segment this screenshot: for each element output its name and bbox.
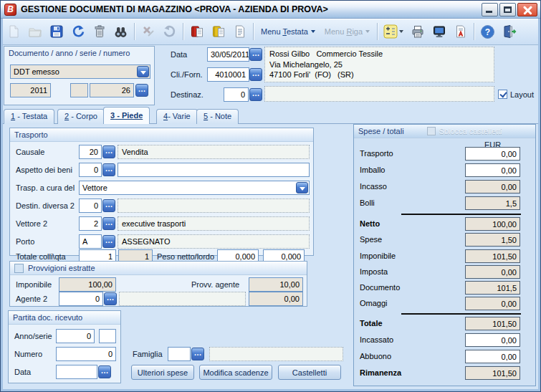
destin-diversa-lookup-button[interactable] bbox=[102, 199, 115, 212]
chevron-down-icon[interactable] bbox=[137, 66, 149, 77]
cliforn-field[interactable]: 4010001 bbox=[207, 67, 249, 82]
doc-type-combobox[interactable]: DDT emesso bbox=[10, 64, 150, 79]
menu-riga-button: Menu Riga bbox=[322, 25, 372, 38]
exit-icon[interactable] bbox=[501, 24, 517, 40]
causale-label: Causale bbox=[16, 148, 44, 156]
minimize-button[interactable] bbox=[482, 3, 498, 16]
tab-testata[interactable]: 1 - Testata bbox=[4, 109, 54, 124]
porto-lookup-button[interactable] bbox=[102, 235, 115, 248]
window-title: GESTIONE DOCUMENTI DI MAGAZZINO <PROVA -… bbox=[21, 4, 328, 14]
tab-varie[interactable]: 4- Varie bbox=[156, 109, 198, 124]
totals-imballo-field[interactable]: 0,00 bbox=[465, 163, 520, 177]
doc-number-lookup-button[interactable] bbox=[135, 84, 148, 97]
cliforn-lookup-button[interactable] bbox=[249, 68, 262, 81]
partita-numero-field[interactable]: 0 bbox=[56, 347, 116, 361]
delete-icon[interactable] bbox=[91, 24, 107, 40]
titlebar: B GESTIONE DOCUMENTI DI MAGAZZINO <PROVA… bbox=[1, 1, 540, 19]
anno-serie-label: Anno/serie bbox=[14, 332, 52, 340]
preview-monitor-icon[interactable] bbox=[431, 24, 447, 40]
undo-icon[interactable] bbox=[70, 24, 86, 40]
famiglia-code-field[interactable] bbox=[168, 347, 191, 361]
destinaz-label: Destinaz. bbox=[171, 90, 204, 99]
partita-anno-field[interactable]: 0 bbox=[56, 329, 95, 343]
famiglia-lookup-button[interactable] bbox=[191, 348, 204, 360]
porto-code-field[interactable]: A bbox=[79, 234, 102, 249]
porto-description-box: ASSEGNATO bbox=[118, 234, 310, 249]
tabbar: 1 - Testata 2 - Corpo 3 - Piede 4- Varie… bbox=[1, 107, 540, 124]
doc-number-field[interactable]: 26 bbox=[90, 83, 134, 97]
modifica-scadenze-button[interactable]: Modifica scadenze bbox=[199, 365, 272, 380]
chevron-down-icon bbox=[311, 30, 315, 33]
close-button[interactable] bbox=[517, 3, 537, 16]
yellow-notebook-icon[interactable] bbox=[210, 24, 226, 40]
toolbar-separator bbox=[183, 23, 183, 40]
partita-data-lookup-button[interactable] bbox=[98, 365, 111, 378]
totals-omaggi-field: 0,00 bbox=[465, 297, 520, 310]
aspetto-description-field[interactable] bbox=[118, 163, 310, 177]
provvigioni-checkbox[interactable] bbox=[14, 264, 24, 273]
agente2-code-field[interactable]: 0 bbox=[59, 292, 103, 306]
totals-abbuono-label: Abbuono bbox=[360, 352, 391, 360]
chevron-down-icon bbox=[365, 30, 370, 33]
layout-checkbox[interactable] bbox=[498, 90, 507, 99]
menu-testata-button[interactable]: Menu Testata bbox=[259, 25, 317, 38]
vettore2-code-field[interactable]: 2 bbox=[79, 216, 102, 231]
causale-description-box: Vendita bbox=[118, 145, 310, 159]
doc-series-field[interactable] bbox=[70, 83, 88, 97]
help-icon[interactable]: ? bbox=[479, 24, 496, 40]
data-field[interactable]: 30/05/2011 bbox=[207, 47, 249, 62]
tab-note[interactable]: 5 - Note bbox=[196, 109, 239, 124]
partita-data-field[interactable] bbox=[56, 365, 97, 379]
totals-trasporto-field[interactable]: 0,00 bbox=[465, 147, 520, 161]
totals-spese-field: 1,50 bbox=[465, 233, 520, 247]
document-icon[interactable] bbox=[231, 24, 248, 40]
tab-corpo[interactable]: 2 - Corpo bbox=[57, 109, 105, 124]
maximize-button[interactable] bbox=[499, 3, 516, 16]
totals-imponibile-label: Imponibile bbox=[360, 252, 396, 260]
print-icon[interactable] bbox=[409, 24, 426, 40]
pdf-export-icon[interactable] bbox=[452, 24, 469, 40]
data-lookup-button[interactable] bbox=[249, 48, 262, 61]
totals-abbuono-field[interactable]: 0,00 bbox=[465, 350, 520, 363]
destin-diversa-code-field[interactable]: 0 bbox=[79, 199, 102, 213]
provv-agente-label: Provv. agente bbox=[191, 280, 239, 289]
ulteriori-spese-button[interactable]: Ulteriori spese bbox=[131, 365, 194, 380]
trasp-cura-combobox[interactable]: Vettore bbox=[79, 181, 310, 195]
totals-rimanenza-label: Rimanenza bbox=[360, 368, 401, 377]
aspetto-code-field[interactable]: 0 bbox=[79, 163, 102, 177]
castelletti-button[interactable]: Castelletti bbox=[278, 365, 341, 380]
partita-serie-field[interactable] bbox=[99, 329, 116, 343]
layout-label: Layout bbox=[510, 90, 534, 99]
totale-colli-label: Totale colli\qta bbox=[16, 252, 66, 261]
totals-incassato-field[interactable]: 0,00 bbox=[465, 333, 520, 347]
totals-netto-label: Netto bbox=[360, 219, 380, 228]
customer-address-box: Rossi Gilbo Commercio TessileVia Michela… bbox=[264, 47, 494, 82]
search-icon[interactable] bbox=[112, 24, 129, 40]
values-calculator-icon[interactable] bbox=[383, 24, 404, 40]
doc-year-field[interactable]: 2011 bbox=[10, 83, 51, 97]
destinaz-field[interactable]: 0 bbox=[224, 87, 249, 102]
totals-separator bbox=[401, 313, 521, 315]
totals-imponibile-field: 101,50 bbox=[465, 249, 520, 263]
totals-omaggi-label: Omaggi bbox=[360, 299, 388, 307]
vettore2-description-box: executive trasporti bbox=[118, 216, 310, 231]
agente2-lookup-button[interactable] bbox=[104, 292, 117, 305]
red-notebook-icon[interactable] bbox=[188, 24, 205, 40]
causale-code-field[interactable]: 20 bbox=[79, 145, 102, 159]
vettore2-lookup-button[interactable] bbox=[102, 217, 115, 230]
tab-piede[interactable]: 3 - Piede bbox=[103, 107, 150, 124]
destinaz-lookup-button[interactable] bbox=[249, 88, 262, 101]
chevron-down-icon[interactable] bbox=[296, 182, 308, 193]
toolbar-separator bbox=[377, 23, 378, 40]
porto-label: Porto bbox=[16, 237, 34, 246]
imponibile-provv-label: Imponibile bbox=[16, 280, 52, 289]
totals-bolli-field: 1,5 bbox=[465, 196, 520, 210]
causale-lookup-button[interactable] bbox=[102, 145, 115, 158]
totals-documento-field: 101,5 bbox=[465, 281, 520, 295]
data-label: Data bbox=[171, 50, 187, 59]
partita-group: Partita doc. ricevuto Anno/serie 0 Numer… bbox=[8, 310, 121, 383]
aspetto-lookup-button[interactable] bbox=[102, 163, 115, 176]
spese-header: Spese / totali Sblocca castelletti bbox=[354, 125, 535, 138]
provv-agente-field: 10,00 bbox=[249, 277, 303, 292]
save-icon[interactable] bbox=[48, 24, 64, 40]
